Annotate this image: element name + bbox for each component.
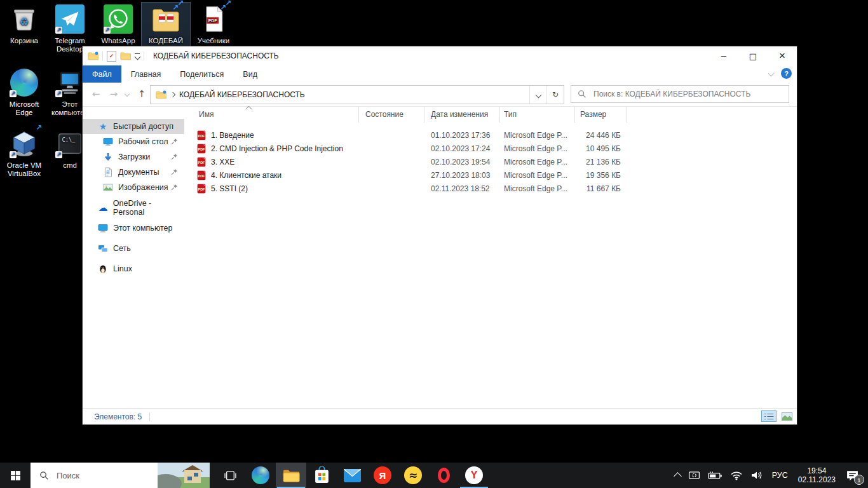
column-header-type[interactable]: Тип [500,106,575,123]
file-row[interactable]: 2. CMD Injection & PHP Code Injection 02… [191,142,797,155]
desktop-icon-whatsapp[interactable]: ↗ WhatsApp [94,3,142,46]
sidebar-item-pictures[interactable]: Изображения [83,180,184,195]
notification-badge: 1 [854,475,864,485]
recent-locations-icon[interactable] [122,86,132,102]
pin-icon[interactable] [171,184,178,191]
uchebniki-pdf-icon: PDF ↗ ↗ [198,4,229,34]
volume-icon[interactable] [747,463,767,488]
battery-icon[interactable] [704,463,726,488]
tab-share[interactable]: Поделиться [170,65,233,83]
breadcrumb-path[interactable]: КОДЕБАЙ КИБЕРБЕЗОПАСНОСТЬ [179,90,305,99]
task-view-button[interactable] [215,463,245,488]
new-folder-icon[interactable] [88,51,98,60]
search-input[interactable] [592,89,789,99]
edge-icon: ↗ [9,67,39,98]
column-header-size[interactable]: Размер [575,106,627,123]
file-size-cell: 19 356 КБ [575,171,627,180]
desktop-icon-kodebay[interactable]: ↗ ↗ КОДЕБАЙ [142,3,190,46]
sidebar-item-quick-access[interactable]: ★ Быстрый доступ [83,119,184,134]
toolbar-separator [144,51,144,60]
sync-arrow-icon: ↗ [36,125,42,131]
tab-file[interactable]: Файл [83,65,121,83]
taskbar-yandex-music[interactable]: ≈ [398,463,428,488]
customize-toolbar-icon[interactable] [135,53,140,59]
items-count: Элементов: 5 [94,412,142,421]
clock[interactable]: 19:54 02.11.2023 [793,466,841,484]
sidebar-item-desktop[interactable]: Рабочий стол [83,134,184,149]
column-headers: Имя Состояние Дата изменения Тип Размер [191,106,797,123]
file-modified-cell: 01.10.2023 17:36 [424,131,500,140]
maximize-button[interactable]: □ [738,46,768,65]
minimize-button[interactable]: ─ [709,46,738,65]
forward-button[interactable]: → [105,86,122,102]
taskbar-mail[interactable] [337,463,367,488]
folder-up-icon[interactable] [120,51,131,60]
file-row[interactable]: 4. Клиентские атаки 27.10.2023 18:03 Mic… [191,168,797,182]
action-center-button[interactable]: 1 [841,463,868,488]
ribbon-tabs: Файл Главная Поделиться Вид [83,65,797,83]
thumbnails-view-button[interactable] [779,410,794,422]
hidden-icons-chevron[interactable] [671,463,684,488]
language-indicator[interactable]: РУС [767,471,793,480]
sidebar-item-documents[interactable]: Документы [83,165,184,180]
taskbar-store[interactable] [306,463,337,488]
taskbar-yandex[interactable]: Я [367,463,398,488]
file-size-cell: 21 136 КБ [575,158,627,166]
navigation-pane: ★ Быстрый доступ Рабочий стол Загрузки Д… [83,106,184,409]
column-header-name[interactable]: Имя [191,106,359,123]
status-separator [149,412,150,421]
taskbar-search[interactable] [31,463,210,488]
file-row[interactable]: 1. Введение 01.10.2023 17:36 Microsoft E… [191,128,797,142]
file-type-cell: Microsoft Edge P... [500,158,575,166]
wifi-icon[interactable] [726,463,747,488]
taskbar-edge[interactable] [245,463,276,488]
chevron-right-icon[interactable] [170,92,175,97]
refresh-button[interactable]: ↻ [546,86,564,104]
taskbar-yandex-browser[interactable]: Y [459,463,489,488]
desktop-icon-label: Microsoft Edge [0,100,48,117]
tab-view[interactable]: Вид [233,65,267,83]
details-view-button[interactable] [761,410,776,422]
back-button[interactable]: ← [88,86,104,102]
column-header-modified[interactable]: Дата изменения [424,106,500,123]
up-button[interactable]: ↑ [133,86,150,102]
address-dropdown-icon[interactable] [529,86,546,104]
properties-icon[interactable]: ✓ [107,51,116,62]
file-row[interactable]: 5. SSTI (2) 02.11.2023 18:52 Microsoft E… [191,182,797,195]
desktop-icon-edge[interactable]: ↗ Microsoft Edge [0,66,48,118]
file-type-cell: Microsoft Edge P... [500,171,575,180]
cast-device-icon[interactable] [684,463,704,488]
taskbar-opera[interactable] [428,463,459,488]
desktop-icon-recycle-bin[interactable]: ♻ Корзина [0,3,48,46]
close-button[interactable]: × [768,46,797,65]
search-highlight-image[interactable] [158,463,210,488]
sidebar-item-onedrive[interactable]: ☁ OneDrive - Personal [83,200,184,215]
pin-icon[interactable] [171,138,178,145]
sidebar-item-linux[interactable]: Linux [83,261,184,276]
pin-icon[interactable] [171,153,178,160]
taskbar-explorer[interactable] [276,463,306,488]
file-row[interactable]: 3. XXE 02.10.2023 19:54 Microsoft Edge P… [191,155,797,168]
expand-ribbon-icon[interactable] [768,71,775,77]
help-button[interactable]: ? [781,68,792,79]
desktop-icon-uchebniki[interactable]: PDF ↗ ↗ Учебники [189,3,238,46]
desktop-icon-label: КОДЕБАЙ [142,37,190,45]
address-bar[interactable]: КОДЕБАЙ КИБЕРБЕЗОПАСНОСТЬ ↻ [150,85,564,104]
search-box[interactable] [571,85,789,103]
windows-logo-icon [10,470,21,481]
sidebar-item-this-pc[interactable]: Этот компьютер [83,220,184,236]
sidebar-item-network[interactable]: Сеть [83,241,184,256]
title-bar[interactable]: ✓ КОДЕБАЙ КИБЕРБЕЗОПАСНОСТЬ ─ □ × [83,46,797,65]
taskbar: Я ≈ Y РУС 19:54 02.11.2023 1 [0,463,868,488]
pin-icon[interactable] [171,168,178,175]
pdf-file-icon [196,157,207,167]
desktop-icon-virtualbox[interactable]: ↗ ↗ Oracle VM VirtualBox [0,127,48,179]
column-header-status[interactable]: Состояние [359,106,424,123]
navigation-bar: ← → ↑ КОДЕБАЙ КИБЕРБЕЗОПАСНОСТЬ ↻ [83,83,797,107]
start-button[interactable] [0,463,31,488]
sidebar-item-downloads[interactable]: Загрузки [83,149,184,165]
time: 19:54 [798,466,836,475]
breadcrumb[interactable]: КОДЕБАЙ КИБЕРБЕЗОПАСНОСТЬ [151,90,529,99]
edge-icon [252,466,269,484]
tab-home[interactable]: Главная [121,65,171,83]
